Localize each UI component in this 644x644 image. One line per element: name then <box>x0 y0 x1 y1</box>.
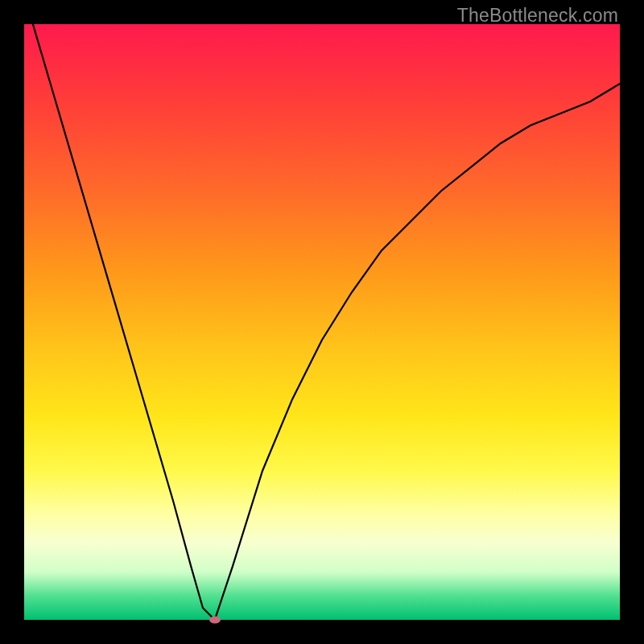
bottleneck-curve <box>24 24 620 620</box>
watermark-text: TheBottleneck.com <box>457 5 618 27</box>
optimum-marker <box>209 617 221 624</box>
plot-area <box>24 24 620 620</box>
